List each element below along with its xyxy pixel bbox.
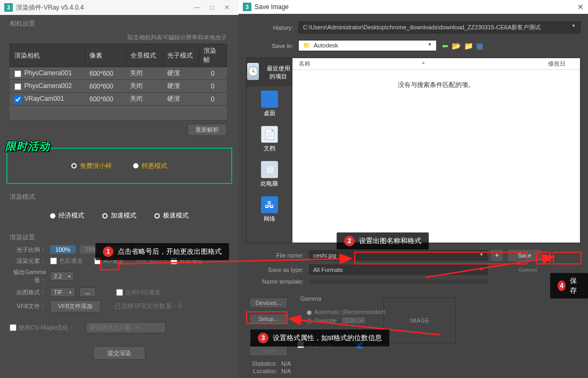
cgmagic-check[interactable]: 使用CG Magic优化： <box>10 324 74 332</box>
format-select[interactable]: TIF▾ <box>50 287 75 297</box>
table-row[interactable]: PhysCamera002600*600关闭硬渲0 <box>10 80 227 93</box>
annotation-4: 4保存 <box>550 273 588 299</box>
vfb-add-button[interactable]: VFB文件添加 <box>50 300 101 312</box>
new-folder-icon[interactable]: 📁 <box>464 42 473 50</box>
place-recent[interactable]: 🕓最近使用的项目 <box>247 58 292 86</box>
annotation-arrow-4 <box>426 245 565 283</box>
submit-render-button[interactable]: 提交渲染 <box>93 346 145 360</box>
place-network[interactable]: 🖧网络 <box>247 192 292 227</box>
mode-eco-radio[interactable]: 经济模式 <box>50 211 84 220</box>
right-titlebar: 3 Save Image ✕ <box>239 0 588 14</box>
promo-special-radio[interactable]: 特惠模式 <box>133 162 167 171</box>
camera-hint: 双击相机列表可编辑分辨率和本地光子 <box>0 31 239 44</box>
row-check[interactable] <box>14 96 21 103</box>
savein-combo[interactable]: 📁Autodesk▼ <box>298 40 437 51</box>
left-title: 渲染插件-VRay v5.4.0.4 <box>16 3 84 12</box>
col-name[interactable]: 名称 <box>292 60 421 68</box>
history-combo[interactable]: C:\Users\Administrator\Desktop\chrome_do… <box>298 21 581 34</box>
pct-100[interactable]: 100% <box>50 245 76 254</box>
psd-merge-check[interactable]: 合并PSD通道 <box>116 288 161 296</box>
annotation-redbox-setup <box>246 311 288 324</box>
annotation-1: 1点击省略号后，开始更改出图格式 <box>95 243 229 260</box>
cgmagic-select[interactable]: 请选择优化方案▾ <box>86 322 166 333</box>
color-channel-check[interactable]: 色彩通道 <box>50 257 83 265</box>
reparse-button[interactable]: 重新解析 <box>187 124 227 136</box>
close-icon[interactable]: ✕ <box>577 3 584 11</box>
file-browser: 🕓最近使用的项目 桌面 📄文档 🖥此电脑 🖧网络 名称 ▲ 修改日 没有与搜索条… <box>246 58 581 243</box>
row-check[interactable] <box>14 83 21 90</box>
minimize-icon[interactable]: — <box>190 4 205 11</box>
view-button[interactable]: View <box>249 345 288 356</box>
mode-acc-radio[interactable]: 加速模式 <box>102 211 136 220</box>
maximize-icon[interactable]: □ <box>205 4 219 11</box>
promo-free-radio[interactable]: 免费渲小样 <box>71 162 112 171</box>
left-titlebar: 3 渲染插件-VRay v5.4.0.4 — □ ✕ <box>0 0 239 15</box>
camera-section-label: 相机设置 <box>10 19 229 28</box>
camera-table: 渲染相机 像素 全景模式 光子模式 渲染帧 PhysCamera001600*6… <box>10 44 227 120</box>
annotation-3: 3设置格式属性，如tif格式的位数信息 <box>250 329 389 347</box>
back-icon[interactable]: ⬅ <box>442 42 448 50</box>
right-title: Save Image <box>255 3 289 11</box>
table-row[interactable]: VRayCam001600*600关闭硬渲0 <box>10 93 227 106</box>
svg-line-5 <box>426 257 554 277</box>
promo-box: 限时活动 免费渲小样 特惠模式 <box>6 148 232 184</box>
annotation-2: 2设置出图名称和格式 <box>337 232 429 250</box>
up-icon[interactable]: 📂 <box>452 42 461 50</box>
col-date[interactable]: 修改日 <box>548 60 580 68</box>
empty-message: 没有与搜索条件匹配的项。 <box>292 70 580 90</box>
table-row[interactable]: PhysCamera001600*600关闭硬渲0 <box>10 67 227 80</box>
place-pc[interactable]: 🖥此电脑 <box>247 157 292 192</box>
place-documents[interactable]: 📄文档 <box>247 122 292 157</box>
close-icon[interactable]: ✕ <box>219 4 234 11</box>
app-icon: 3 <box>243 3 251 11</box>
row-check[interactable] <box>14 70 21 77</box>
promo-badge: 限时活动 <box>5 139 50 154</box>
vray-plugin-panel: 3 渲染插件-VRay v5.4.0.4 — □ ✕ 相机设置 双击相机列表可编… <box>0 0 239 378</box>
annotation-redbox-dots <box>100 259 119 270</box>
view-icon[interactable]: ▦ <box>476 42 483 50</box>
app-icon: 3 <box>4 3 13 12</box>
gamma-select[interactable]: 2.2▾ <box>50 271 74 281</box>
mode-fast-radio[interactable]: 极速模式 <box>154 211 189 220</box>
mode-section-label: 渲染模式 <box>10 192 229 202</box>
place-desktop[interactable]: 桌面 <box>247 86 292 122</box>
render-section-label: 渲染设置 <box>10 233 229 242</box>
format-browse-button[interactable]: ... <box>79 287 96 297</box>
devices-button[interactable]: Devices... <box>249 297 288 308</box>
